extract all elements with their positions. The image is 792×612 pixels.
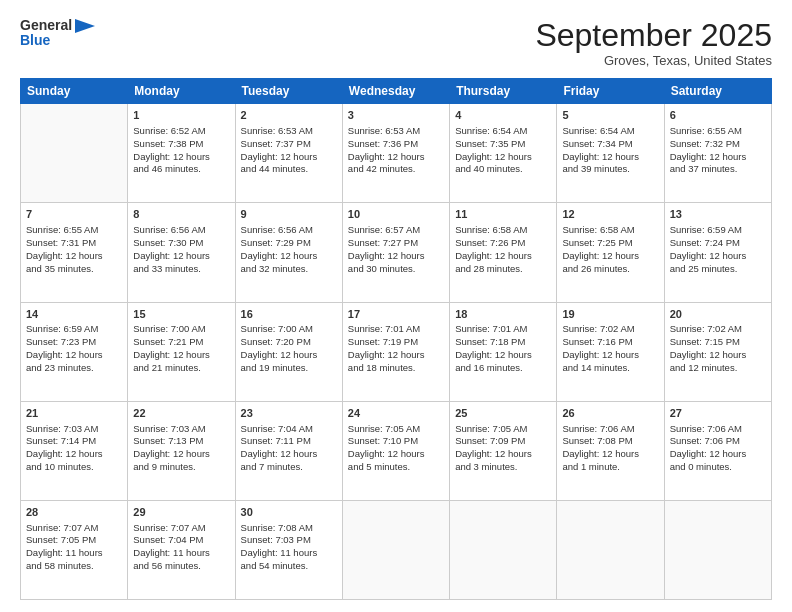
day-info: Daylight: 12 hours bbox=[133, 349, 229, 362]
day-number: 24 bbox=[348, 406, 444, 421]
day-info: Sunset: 7:19 PM bbox=[348, 336, 444, 349]
day-info: Sunset: 7:06 PM bbox=[670, 435, 766, 448]
day-number: 17 bbox=[348, 307, 444, 322]
day-info: Sunrise: 6:58 AM bbox=[455, 224, 551, 237]
day-info: Sunset: 7:03 PM bbox=[241, 534, 337, 547]
day-info: Daylight: 12 hours bbox=[455, 349, 551, 362]
day-info: Sunset: 7:26 PM bbox=[455, 237, 551, 250]
calendar-cell: 4Sunrise: 6:54 AMSunset: 7:35 PMDaylight… bbox=[450, 104, 557, 203]
day-info: Sunrise: 7:01 AM bbox=[455, 323, 551, 336]
day-info: Sunrise: 7:03 AM bbox=[133, 423, 229, 436]
day-info: Daylight: 12 hours bbox=[562, 448, 658, 461]
page: General Blue September 2025 Groves, Texa… bbox=[0, 0, 792, 612]
day-info: Sunset: 7:16 PM bbox=[562, 336, 658, 349]
day-info: and 54 minutes. bbox=[241, 560, 337, 573]
day-info: Daylight: 12 hours bbox=[455, 448, 551, 461]
calendar-subtitle: Groves, Texas, United States bbox=[535, 53, 772, 68]
day-info: Sunset: 7:38 PM bbox=[133, 138, 229, 151]
day-info: Sunset: 7:14 PM bbox=[26, 435, 122, 448]
calendar-cell: 21Sunrise: 7:03 AMSunset: 7:14 PMDayligh… bbox=[21, 401, 128, 500]
day-info: and 16 minutes. bbox=[455, 362, 551, 375]
day-number: 1 bbox=[133, 108, 229, 123]
header: General Blue September 2025 Groves, Texa… bbox=[20, 18, 772, 68]
calendar-cell: 8Sunrise: 6:56 AMSunset: 7:30 PMDaylight… bbox=[128, 203, 235, 302]
calendar-cell: 10Sunrise: 6:57 AMSunset: 7:27 PMDayligh… bbox=[342, 203, 449, 302]
day-number: 10 bbox=[348, 207, 444, 222]
day-info: Sunrise: 6:58 AM bbox=[562, 224, 658, 237]
day-info: and 56 minutes. bbox=[133, 560, 229, 573]
day-info: Sunset: 7:31 PM bbox=[26, 237, 122, 250]
day-info: Daylight: 12 hours bbox=[562, 349, 658, 362]
calendar-cell: 24Sunrise: 7:05 AMSunset: 7:10 PMDayligh… bbox=[342, 401, 449, 500]
calendar-cell: 30Sunrise: 7:08 AMSunset: 7:03 PMDayligh… bbox=[235, 500, 342, 599]
title-block: September 2025 Groves, Texas, United Sta… bbox=[535, 18, 772, 68]
calendar-cell: 17Sunrise: 7:01 AMSunset: 7:19 PMDayligh… bbox=[342, 302, 449, 401]
logo-arrow-icon bbox=[75, 19, 95, 33]
calendar-header-sunday: Sunday bbox=[21, 79, 128, 104]
calendar-cell: 22Sunrise: 7:03 AMSunset: 7:13 PMDayligh… bbox=[128, 401, 235, 500]
day-info: Daylight: 12 hours bbox=[133, 151, 229, 164]
calendar-cell: 2Sunrise: 6:53 AMSunset: 7:37 PMDaylight… bbox=[235, 104, 342, 203]
day-info: and 44 minutes. bbox=[241, 163, 337, 176]
day-info: Daylight: 12 hours bbox=[348, 448, 444, 461]
calendar-cell: 28Sunrise: 7:07 AMSunset: 7:05 PMDayligh… bbox=[21, 500, 128, 599]
day-info: Daylight: 11 hours bbox=[241, 547, 337, 560]
day-info: Daylight: 11 hours bbox=[133, 547, 229, 560]
day-number: 4 bbox=[455, 108, 551, 123]
day-info: Daylight: 12 hours bbox=[26, 349, 122, 362]
day-info: Sunset: 7:25 PM bbox=[562, 237, 658, 250]
day-info: Sunrise: 7:05 AM bbox=[348, 423, 444, 436]
calendar-cell: 9Sunrise: 6:56 AMSunset: 7:29 PMDaylight… bbox=[235, 203, 342, 302]
day-number: 13 bbox=[670, 207, 766, 222]
day-info: and 58 minutes. bbox=[26, 560, 122, 573]
calendar-cell: 5Sunrise: 6:54 AMSunset: 7:34 PMDaylight… bbox=[557, 104, 664, 203]
day-number: 18 bbox=[455, 307, 551, 322]
day-info: Sunrise: 7:01 AM bbox=[348, 323, 444, 336]
day-number: 26 bbox=[562, 406, 658, 421]
day-info: Sunrise: 7:08 AM bbox=[241, 522, 337, 535]
day-info: Daylight: 12 hours bbox=[562, 151, 658, 164]
day-info: Sunrise: 7:06 AM bbox=[562, 423, 658, 436]
day-info: Daylight: 12 hours bbox=[241, 448, 337, 461]
day-info: Sunset: 7:20 PM bbox=[241, 336, 337, 349]
day-info: and 14 minutes. bbox=[562, 362, 658, 375]
day-info: and 3 minutes. bbox=[455, 461, 551, 474]
day-number: 6 bbox=[670, 108, 766, 123]
day-number: 30 bbox=[241, 505, 337, 520]
day-info: and 26 minutes. bbox=[562, 263, 658, 276]
day-number: 29 bbox=[133, 505, 229, 520]
day-info: Sunrise: 6:57 AM bbox=[348, 224, 444, 237]
day-info: Daylight: 12 hours bbox=[670, 151, 766, 164]
calendar-header-tuesday: Tuesday bbox=[235, 79, 342, 104]
calendar-cell: 19Sunrise: 7:02 AMSunset: 7:16 PMDayligh… bbox=[557, 302, 664, 401]
day-info: Sunset: 7:23 PM bbox=[26, 336, 122, 349]
day-info: and 30 minutes. bbox=[348, 263, 444, 276]
calendar-cell: 20Sunrise: 7:02 AMSunset: 7:15 PMDayligh… bbox=[664, 302, 771, 401]
calendar-week-row: 14Sunrise: 6:59 AMSunset: 7:23 PMDayligh… bbox=[21, 302, 772, 401]
calendar-week-row: 28Sunrise: 7:07 AMSunset: 7:05 PMDayligh… bbox=[21, 500, 772, 599]
day-info: Sunrise: 7:02 AM bbox=[670, 323, 766, 336]
day-number: 21 bbox=[26, 406, 122, 421]
day-info: Sunrise: 6:54 AM bbox=[455, 125, 551, 138]
day-number: 2 bbox=[241, 108, 337, 123]
day-info: Daylight: 12 hours bbox=[455, 151, 551, 164]
calendar-cell: 26Sunrise: 7:06 AMSunset: 7:08 PMDayligh… bbox=[557, 401, 664, 500]
calendar-cell bbox=[450, 500, 557, 599]
day-info: Daylight: 12 hours bbox=[241, 349, 337, 362]
day-info: Sunrise: 6:52 AM bbox=[133, 125, 229, 138]
day-info: Daylight: 12 hours bbox=[133, 448, 229, 461]
day-info: Daylight: 12 hours bbox=[670, 250, 766, 263]
day-info: Daylight: 12 hours bbox=[241, 250, 337, 263]
day-number: 7 bbox=[26, 207, 122, 222]
day-info: Sunrise: 6:54 AM bbox=[562, 125, 658, 138]
day-info: and 10 minutes. bbox=[26, 461, 122, 474]
day-info: Daylight: 12 hours bbox=[348, 151, 444, 164]
day-info: and 28 minutes. bbox=[455, 263, 551, 276]
day-info: Sunset: 7:04 PM bbox=[133, 534, 229, 547]
day-number: 19 bbox=[562, 307, 658, 322]
calendar-cell: 25Sunrise: 7:05 AMSunset: 7:09 PMDayligh… bbox=[450, 401, 557, 500]
day-info: Sunrise: 7:07 AM bbox=[133, 522, 229, 535]
day-info: Sunrise: 6:56 AM bbox=[133, 224, 229, 237]
calendar-title: September 2025 bbox=[535, 18, 772, 53]
day-info: and 37 minutes. bbox=[670, 163, 766, 176]
